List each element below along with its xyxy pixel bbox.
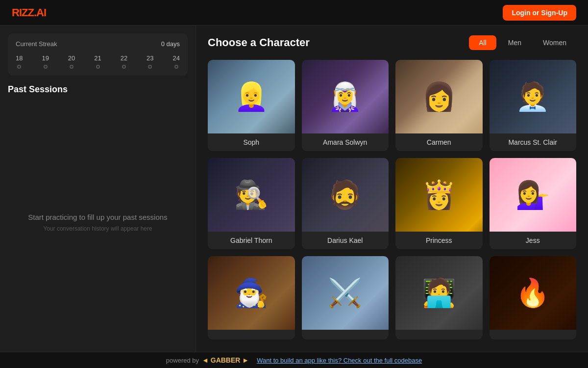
character-image: 👱‍♀️: [208, 60, 295, 133]
character-image: 🧝‍♀️: [302, 60, 389, 133]
header: RIZZ.AI Login or Sign-Up: [0, 0, 588, 26]
footer-powered: powered by ◄ GABBER ►: [166, 356, 249, 364]
logo-text: RIZZ.AI: [12, 6, 46, 19]
past-sessions-title: Past Sessions: [8, 84, 188, 95]
streak-date: 22: [121, 54, 127, 69]
streak-dot: [70, 65, 74, 69]
character-card[interactable]: 👸Princess: [395, 158, 483, 249]
character-card[interactable]: 🕵️Gabriel Thorn: [208, 158, 295, 249]
codebase-link[interactable]: Want to build an app like this? Check ou…: [257, 357, 422, 364]
streak-card: Current Streak 0 days 18192021222324: [8, 33, 188, 76]
character-card[interactable]: 💁‍♀️Jess: [490, 158, 577, 249]
character-card[interactable]: 👱‍♀️Soph: [208, 60, 295, 151]
character-name: [208, 330, 295, 340]
character-name: Jess: [490, 232, 577, 249]
streak-dot: [17, 65, 21, 69]
character-name: [302, 330, 389, 340]
character-card[interactable]: 🧑‍💼Marcus St. Clair: [490, 60, 577, 151]
date-number: 21: [94, 54, 101, 62]
streak-date: 24: [173, 54, 180, 69]
character-image: 🕵️: [208, 158, 295, 232]
character-card[interactable]: ⚔️: [302, 256, 389, 340]
character-image: 💁‍♀️: [490, 158, 577, 232]
streak-value: 0 days: [161, 40, 180, 48]
page-title: Choose a Character: [208, 36, 310, 49]
character-card[interactable]: 👩Carmen: [395, 60, 483, 151]
character-image: 🧑‍💼: [490, 60, 577, 133]
character-name: Princess: [395, 232, 483, 249]
character-name: [395, 330, 483, 340]
character-name: Soph: [208, 133, 295, 151]
character-name: Amara Solwyn: [302, 133, 389, 151]
sidebar: Current Streak 0 days 18192021222324 Pas…: [0, 26, 196, 352]
character-name: [490, 330, 577, 340]
character-name: Carmen: [395, 133, 483, 151]
character-grid: 👱‍♀️Soph🧝‍♀️Amara Solwyn👩Carmen🧑‍💼Marcus…: [208, 60, 576, 340]
date-number: 24: [173, 54, 180, 62]
date-number: 22: [121, 54, 127, 62]
streak-date: 19: [42, 54, 49, 69]
footer: powered by ◄ GABBER ► Want to build an a…: [0, 352, 588, 368]
character-card[interactable]: 🔥: [490, 256, 577, 340]
content-header: Choose a Character AllMenWomen: [208, 35, 576, 50]
date-number: 19: [42, 54, 49, 62]
streak-dot: [122, 65, 126, 69]
empty-sessions-main: Start practicing to fill up your past se…: [28, 213, 167, 221]
streak-dot: [44, 65, 48, 69]
content-area: Choose a Character AllMenWomen 👱‍♀️Soph🧝…: [196, 26, 588, 352]
streak-date: 20: [68, 54, 75, 69]
streak-title: Current Streak: [16, 40, 57, 48]
date-number: 23: [147, 54, 153, 62]
character-card[interactable]: 🧑‍💻: [395, 256, 483, 340]
filter-men-button[interactable]: Men: [498, 35, 531, 50]
character-image: 🧔: [302, 158, 389, 232]
character-card[interactable]: 🧔Darius Kael: [302, 158, 389, 249]
logo: RIZZ.AI: [12, 6, 46, 19]
character-card[interactable]: 🧝‍♀️Amara Solwyn: [302, 60, 389, 151]
filter-group: AllMenWomen: [469, 35, 576, 50]
character-image: 👸: [395, 158, 483, 232]
empty-sessions: Start practicing to fill up your past se…: [8, 101, 188, 344]
empty-sessions-sub: Your conversation history will appear he…: [43, 225, 152, 232]
streak-dot: [174, 65, 178, 69]
character-name: Darius Kael: [302, 232, 389, 249]
character-name: Gabriel Thorn: [208, 232, 295, 249]
streak-date: 23: [147, 54, 153, 69]
main-layout: Current Streak 0 days 18192021222324 Pas…: [0, 26, 588, 352]
streak-dot: [96, 65, 100, 69]
streak-dates: 18192021222324: [16, 54, 180, 69]
login-button[interactable]: Login or Sign-Up: [503, 5, 576, 21]
character-name: Marcus St. Clair: [490, 133, 577, 151]
gabber-logo: ◄ GABBER ►: [202, 356, 249, 364]
character-image: 👩: [395, 60, 483, 133]
character-image: 🔥: [490, 256, 577, 330]
date-number: 18: [16, 54, 23, 62]
streak-dot: [148, 65, 152, 69]
streak-date: 18: [16, 54, 23, 69]
powered-by-text: powered by: [166, 357, 199, 364]
character-image: ⚔️: [302, 256, 389, 330]
character-card[interactable]: 🧙‍♂️: [208, 256, 295, 340]
date-number: 20: [68, 54, 75, 62]
streak-date: 21: [94, 54, 101, 69]
character-image: 🧑‍💻: [395, 256, 483, 330]
streak-header: Current Streak 0 days: [16, 40, 180, 48]
character-image: 🧙‍♂️: [208, 256, 295, 330]
filter-women-button[interactable]: Women: [533, 35, 576, 50]
filter-all-button[interactable]: All: [469, 35, 496, 50]
